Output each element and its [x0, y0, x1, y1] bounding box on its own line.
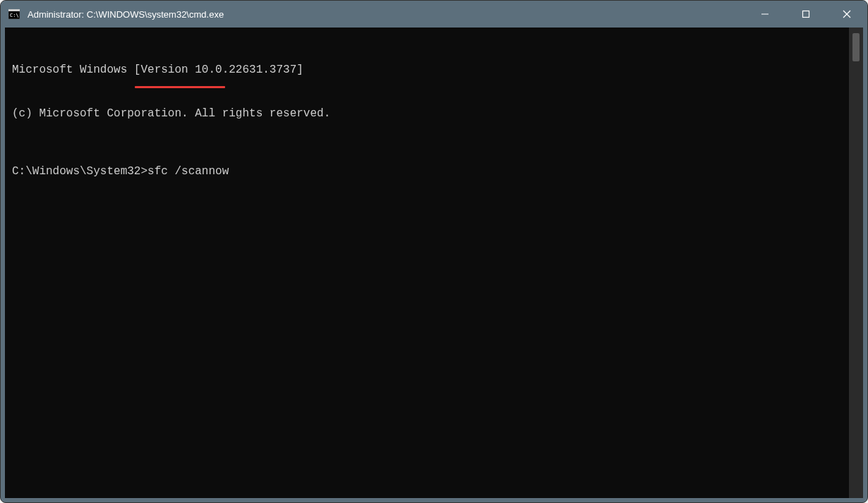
vertical-scrollbar[interactable] [849, 28, 863, 498]
prompt-line: C:\Windows\System32>sfc /scannow [12, 164, 842, 179]
copyright-line: (c) Microsoft Corporation. All rights re… [12, 107, 842, 121]
window-controls [745, 1, 867, 28]
scrollbar-thumb[interactable] [852, 33, 860, 61]
cmd-window: C:\ Administrator: C:\WINDOWS\system32\c… [0, 0, 868, 503]
prompt-text: C:\Windows\System32> [12, 165, 147, 178]
svg-rect-4 [803, 11, 809, 18]
maximize-button[interactable] [785, 1, 826, 28]
cmd-icon: C:\ [8, 8, 20, 20]
window-title: Administrator: C:\WINDOWS\system32\cmd.e… [28, 9, 745, 20]
svg-text:C:\: C:\ [10, 13, 19, 18]
command-text: sfc /scannow [147, 165, 229, 178]
minimize-button[interactable] [745, 1, 785, 28]
titlebar[interactable]: C:\ Administrator: C:\WINDOWS\system32\c… [1, 1, 867, 28]
close-button[interactable] [826, 1, 867, 28]
terminal-area: Microsoft Windows [Version 10.0.22631.37… [5, 28, 863, 498]
svg-rect-1 [8, 9, 20, 11]
version-line: Microsoft Windows [Version 10.0.22631.37… [12, 63, 842, 78]
terminal-content[interactable]: Microsoft Windows [Version 10.0.22631.37… [5, 28, 849, 498]
highlight-underline [135, 86, 225, 88]
